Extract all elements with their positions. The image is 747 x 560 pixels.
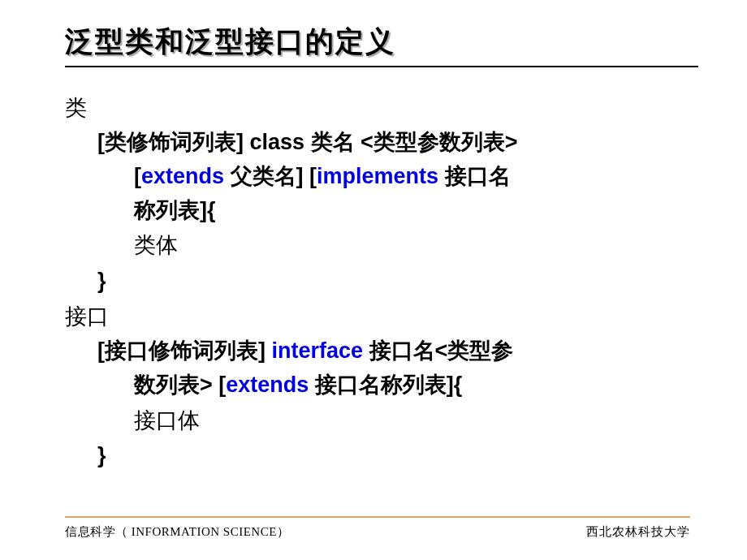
class-line1: [类修饰词列表] class 类名 <类型参数列表> [97, 126, 690, 160]
footer-text: 信息科学（ INFORMATION SCIENCE） 西北农林科技大学 [65, 524, 690, 540]
text: 接口名 [438, 164, 511, 188]
keyword-implements: implements [317, 164, 438, 188]
text: [接口修饰词列表] [97, 338, 271, 363]
slide: 泛型类和泛型接口的定义 类 [类修饰词列表] class 类名 <类型参数列表>… [0, 0, 747, 560]
title-underline [65, 66, 698, 67]
interface-close: } [97, 439, 690, 473]
footer-right: 西北农林科技大学 [586, 524, 690, 540]
interface-line1: [接口修饰词列表] interface 接口名<类型参 [97, 334, 690, 368]
text: 父类名] [ [224, 164, 317, 188]
text: [类修饰词列表] [97, 130, 249, 154]
text: 称列表]{ [134, 198, 216, 222]
keyword-extends: extends [141, 164, 224, 188]
text: 接口名<类型参 [363, 338, 513, 363]
footer: 信息科学（ INFORMATION SCIENCE） 西北农林科技大学 [65, 516, 690, 540]
section-class-label: 类 [65, 92, 690, 126]
class-line3: 称列表]{ [134, 194, 690, 228]
title-block: 泛型类和泛型接口的定义 [65, 23, 690, 67]
class-body: 类体 [134, 229, 690, 263]
text: [ [134, 164, 141, 188]
keyword-extends: extends [226, 373, 309, 397]
interface-line2: 数列表> [extends 接口名称列表]{ [134, 368, 690, 403]
class-line2: [extends 父类名] [implements 接口名 [134, 160, 690, 194]
keyword-class: class [249, 130, 304, 154]
content: 类 [类修饰词列表] class 类名 <类型参数列表> [extends 父类… [65, 92, 690, 473]
class-close: } [97, 265, 690, 299]
slide-title: 泛型类和泛型接口的定义 [65, 23, 690, 61]
footer-left: 信息科学（ INFORMATION SCIENCE） [65, 524, 289, 540]
text: 类名 <类型参数列表> [304, 130, 518, 154]
interface-body: 接口体 [134, 404, 690, 438]
text: 接口名称列表]{ [309, 373, 462, 397]
section-interface-label: 接口 [65, 300, 690, 334]
footer-divider [65, 516, 690, 518]
keyword-interface: interface [271, 338, 363, 363]
text: 数列表> [ [134, 373, 226, 397]
